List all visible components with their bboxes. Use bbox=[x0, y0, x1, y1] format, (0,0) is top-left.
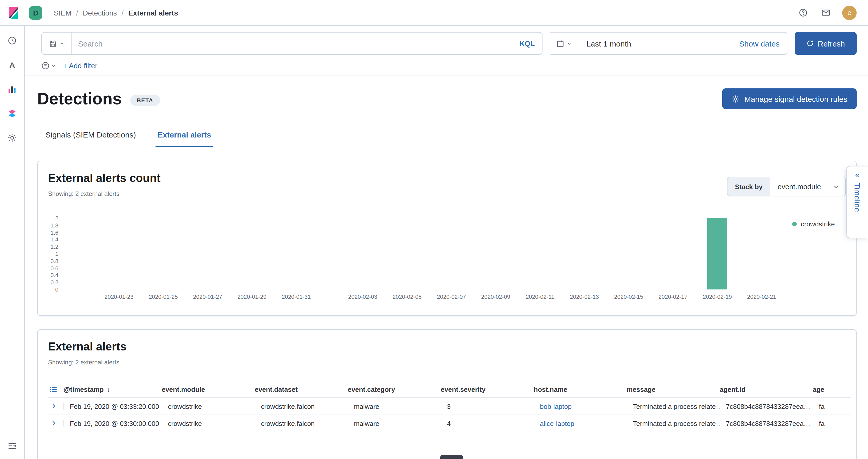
time-range-value[interactable]: Last 1 month bbox=[579, 39, 739, 48]
nav-expand-icon[interactable] bbox=[6, 439, 18, 452]
drag-handle-icon[interactable] bbox=[813, 420, 815, 427]
table-row: Feb 19, 2020 @ 03:30:00.000crowdstrikecr… bbox=[48, 415, 851, 432]
query-bar: KQL Last 1 month Show dates Refresh bbox=[41, 32, 857, 55]
help-icon[interactable] bbox=[797, 6, 809, 19]
cell-value: 7c808b4c8878433287eea… bbox=[726, 420, 810, 427]
stack-by-control: Stack by event.module bbox=[727, 177, 846, 196]
kql-syntax-button[interactable]: KQL bbox=[512, 39, 542, 48]
management-gear-icon[interactable] bbox=[6, 131, 18, 144]
newsfeed-mail-icon[interactable] bbox=[819, 6, 832, 19]
cell-value: 4 bbox=[447, 420, 451, 427]
count-panel-title: External alerts count bbox=[48, 172, 846, 185]
breadcrumb-item-detections[interactable]: Detections bbox=[83, 8, 117, 17]
drag-handle-icon[interactable] bbox=[720, 403, 722, 410]
cell-value[interactable]: alice-laptop bbox=[540, 420, 574, 427]
drag-handle-icon[interactable] bbox=[348, 403, 350, 410]
user-avatar[interactable]: e bbox=[842, 5, 857, 20]
gear-icon bbox=[731, 95, 739, 102]
drag-handle-icon[interactable] bbox=[255, 420, 257, 427]
x-axis-label: 2020-01-31 bbox=[282, 294, 311, 300]
tab-signals-siem-detections[interactable]: Signals (SIEM Detections) bbox=[43, 124, 138, 147]
x-axis-label: 2020-01-29 bbox=[238, 294, 267, 300]
row-expand-button[interactable] bbox=[48, 420, 64, 426]
siem-app-icon[interactable] bbox=[6, 107, 18, 119]
search-input[interactable] bbox=[72, 39, 512, 48]
column-header-label: agent.id bbox=[720, 386, 746, 393]
page-title: Detections bbox=[37, 89, 122, 108]
y-axis-label: 1.8 bbox=[51, 222, 58, 228]
fields-browser-icon[interactable] bbox=[48, 386, 64, 393]
breadcrumb-item-siem[interactable]: SIEM bbox=[54, 8, 71, 17]
drag-handle-icon[interactable] bbox=[348, 420, 350, 427]
cell-value: Terminated a process relate… bbox=[633, 402, 720, 410]
column-header-label: event.dataset bbox=[255, 386, 298, 393]
y-axis-label: 1.4 bbox=[51, 237, 58, 243]
y-axis-label: 0.4 bbox=[51, 272, 58, 278]
drag-handle-icon[interactable] bbox=[64, 403, 66, 410]
date-quick-menu-button[interactable] bbox=[549, 33, 579, 54]
app-a-icon[interactable]: A bbox=[6, 58, 18, 71]
drag-handle-icon[interactable] bbox=[162, 403, 164, 410]
column-header-host-name[interactable]: host.name bbox=[534, 386, 627, 393]
space-switcher[interactable]: D bbox=[29, 6, 42, 20]
recently-viewed-icon[interactable] bbox=[6, 34, 18, 47]
y-axis-label: 1.2 bbox=[51, 243, 58, 250]
show-dates-button[interactable]: Show dates bbox=[739, 39, 787, 48]
column-header-event-dataset[interactable]: event.dataset bbox=[255, 386, 348, 393]
y-axis-label: 0.8 bbox=[51, 258, 58, 264]
x-axis-label: 2020-02-03 bbox=[348, 294, 377, 300]
drag-handle-icon[interactable] bbox=[813, 403, 815, 410]
drag-handle-icon[interactable] bbox=[720, 420, 722, 427]
drag-handle-icon[interactable] bbox=[441, 420, 443, 427]
x-axis-label: 2020-01-27 bbox=[193, 294, 222, 300]
cell-event-dataset: crowdstrike.falcon bbox=[255, 402, 348, 410]
tab-external-alerts[interactable]: External alerts bbox=[156, 124, 213, 147]
cell-timestamp: Feb 19, 2020 @ 03:30:00.000 bbox=[64, 420, 162, 427]
drag-handle-icon[interactable] bbox=[64, 420, 66, 427]
x-axis-label: 2020-02-13 bbox=[570, 294, 599, 300]
main-content: KQL Last 1 month Show dates Refresh bbox=[25, 26, 868, 459]
bottom-bar-handle bbox=[440, 455, 463, 459]
cell-value: malware bbox=[354, 420, 379, 427]
legend-swatch bbox=[792, 222, 797, 226]
drag-handle-icon[interactable] bbox=[627, 403, 629, 410]
column-header-label: host.name bbox=[534, 386, 567, 393]
kibana-logo[interactable] bbox=[0, 6, 27, 20]
drag-handle-icon[interactable] bbox=[627, 420, 629, 427]
visualize-app-icon[interactable] bbox=[6, 83, 18, 95]
add-filter-button[interactable]: + Add filter bbox=[63, 62, 97, 70]
column-header-agent-id[interactable]: agent.id bbox=[720, 386, 813, 393]
manage-rules-button[interactable]: Manage signal detection rules bbox=[722, 88, 857, 109]
drag-handle-icon[interactable] bbox=[534, 403, 536, 410]
cell-value: fa bbox=[819, 420, 825, 427]
column-header-event-module[interactable]: event.module bbox=[162, 386, 255, 393]
alerts-count-panel: External alerts count Showing: 2 externa… bbox=[37, 161, 857, 316]
refresh-icon bbox=[806, 40, 813, 47]
cell-event-module: crowdstrike bbox=[162, 402, 255, 410]
column-header-age[interactable]: age bbox=[813, 386, 851, 393]
column-header-event-category[interactable]: event.category bbox=[348, 386, 441, 393]
saved-query-menu-button[interactable] bbox=[42, 33, 72, 54]
timeline-flyout-toggle[interactable]: « Timeline bbox=[846, 166, 868, 238]
column-header-message[interactable]: message bbox=[627, 386, 720, 393]
column-header-event-severity[interactable]: event.severity bbox=[441, 386, 534, 393]
drag-handle-icon[interactable] bbox=[441, 403, 443, 410]
filter-options-icon[interactable] bbox=[41, 62, 56, 70]
drag-handle-icon[interactable] bbox=[162, 420, 164, 427]
column-header-timestamp[interactable]: @timestamp↓ bbox=[64, 386, 162, 393]
save-query-icon bbox=[49, 39, 57, 47]
cell-value: fa bbox=[819, 402, 825, 410]
y-axis-label: 0.6 bbox=[51, 265, 58, 271]
cell-event-severity: 4 bbox=[441, 420, 534, 427]
column-header-label: age bbox=[813, 386, 824, 393]
row-expand-button[interactable] bbox=[48, 403, 64, 409]
cell-value[interactable]: bob-laptop bbox=[540, 402, 572, 410]
refresh-button[interactable]: Refresh bbox=[795, 32, 857, 55]
drag-handle-icon[interactable] bbox=[255, 403, 257, 410]
cell-value: Feb 19, 2020 @ 03:30:00.000 bbox=[70, 420, 159, 427]
stack-by-select[interactable]: event.module bbox=[770, 177, 845, 196]
legend-item[interactable]: crowdstrike bbox=[792, 220, 846, 228]
drag-handle-icon[interactable] bbox=[534, 420, 536, 427]
chart-bar[interactable] bbox=[708, 218, 727, 289]
x-axis-label: 2020-02-17 bbox=[658, 294, 688, 300]
